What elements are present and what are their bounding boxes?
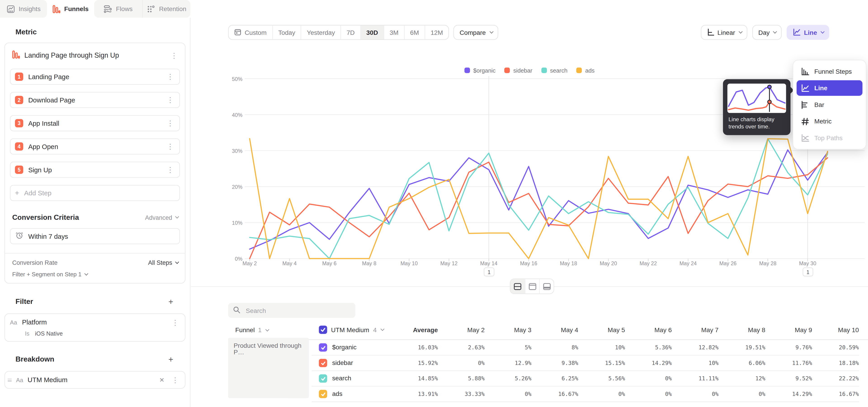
breakdown-field-label: UTM Medium [28, 376, 153, 384]
annotation-badge-may-30[interactable]: 1 [803, 268, 813, 276]
breakdown-heading-row: Breakdown + [16, 354, 174, 364]
date-range-yesterday[interactable]: Yesterday [301, 26, 340, 39]
cell-value: 18.18% [822, 360, 859, 366]
annotation-badge-may-14[interactable]: 1 [484, 268, 494, 276]
table-row-sidebar[interactable]: sidebar15.92%0%12.9%9.38%15.15%14.29%10%… [312, 355, 859, 371]
step-kebab-icon[interactable]: ⋮ [165, 73, 175, 80]
cell-value: 16.67% [822, 391, 859, 397]
column-header-may-3[interactable]: May 3 [497, 327, 531, 333]
tab-funnels[interactable]: Funnels [47, 0, 94, 18]
select-all-checkbox[interactable] [319, 325, 327, 334]
funnel-step-5[interactable]: 5Sign Up⋮ [10, 162, 180, 178]
funnel-column-dropdown[interactable]: Funnel 1 [235, 327, 268, 333]
metric-title: Landing Page through Sign Up [24, 52, 165, 59]
date-range-custom[interactable]: Custom [228, 26, 272, 39]
column-header-may-4[interactable]: May 4 [544, 327, 578, 333]
table-row-ads[interactable]: ads13.91%33.33%0%16.67%0%0%0%0%14.29%16.… [312, 386, 859, 402]
layout-chart-only-button[interactable] [525, 279, 539, 293]
column-header-may-2[interactable]: May 2 [450, 327, 485, 333]
row-checkbox[interactable] [319, 390, 327, 398]
date-range-3m[interactable]: 3M [384, 26, 404, 39]
breakdown-column-dropdown[interactable]: UTM Medium 4 [319, 325, 383, 334]
column-header-may-5[interactable]: May 5 [591, 327, 625, 333]
menu-item-line[interactable]: Line [797, 80, 862, 96]
filter-card[interactable]: Aa Platform ⋮ Is iOS Native [4, 313, 186, 342]
y-axis-label: 10% [220, 220, 243, 226]
cell-value: 6.06% [729, 360, 765, 366]
cell-value: 0% [682, 391, 719, 397]
scale-dropdown[interactable]: Linear [701, 25, 747, 40]
range-label: 3M [390, 29, 399, 36]
tab-insights[interactable]: Insights [0, 0, 47, 18]
metric-card-header[interactable]: Landing Page through Sign Up ⋮ [10, 48, 180, 62]
table-row-search[interactable]: search14.85%5.88%5.26%6.25%5.56%0%11.11%… [312, 371, 859, 387]
row-label: sidebar [332, 359, 353, 366]
add-breakdown-button[interactable]: + [168, 354, 173, 364]
menu-item-funnel-steps[interactable]: Funnel Steps [797, 64, 862, 80]
menu-item-metric[interactable]: Metric [797, 114, 862, 129]
all-steps-dropdown[interactable]: All Steps [148, 259, 178, 266]
tab-flows[interactable]: Flows [94, 0, 142, 18]
step-kebab-icon[interactable]: ⋮ [165, 143, 175, 150]
cell-value: 5.56% [588, 375, 625, 381]
layout-table-only-button[interactable] [539, 279, 554, 293]
column-header-may-9[interactable]: May 9 [778, 327, 812, 333]
date-range-7d[interactable]: 7D [341, 26, 360, 39]
row-checkbox[interactable] [319, 374, 327, 383]
cell-value: 5% [495, 344, 531, 350]
date-range-30d[interactable]: 30D [361, 26, 383, 39]
legend-item-sidebar[interactable]: sidebar [504, 67, 532, 73]
funnel-step-4[interactable]: 4App Open⋮ [10, 138, 180, 154]
drag-handle-icon[interactable] [8, 378, 11, 381]
breakdown-kebab-icon[interactable]: ⋮ [170, 376, 180, 383]
conversion-window-button[interactable]: Within 7 days [10, 228, 180, 244]
compare-button[interactable]: Compare [454, 25, 498, 40]
column-header-may-7[interactable]: May 7 [684, 327, 719, 333]
row-checkbox[interactable] [319, 359, 327, 367]
tab-retention[interactable]: Retention [143, 0, 191, 18]
column-header-may-8[interactable]: May 8 [731, 327, 765, 333]
date-range-12m[interactable]: 12M [425, 26, 448, 39]
funnel-step-2[interactable]: 2Download Page⋮ [10, 92, 180, 108]
funnel-step-1[interactable]: 1Landing Page⋮ [10, 69, 180, 85]
filter-operator[interactable]: Is [25, 330, 29, 337]
cell-value: 14.29% [635, 360, 672, 366]
range-label: 7D [346, 29, 355, 36]
legend-item-search[interactable]: search [541, 67, 567, 73]
table-row-group-label[interactable]: Product Viewed through P… [228, 338, 309, 398]
date-range-today[interactable]: Today [273, 26, 301, 39]
menu-item-label: Top Paths [814, 134, 842, 141]
filter-segment-dropdown[interactable]: Filter + Segment on Step 1 [12, 271, 178, 277]
filter-value[interactable]: iOS Native [35, 330, 63, 337]
app-window: InsightsFunnelsFlowsRetention Metric Lan… [0, 0, 868, 407]
menu-item-label: Funnel Steps [814, 68, 852, 74]
table-search[interactable] [228, 303, 355, 318]
remove-breakdown-icon[interactable]: ✕ [158, 376, 166, 383]
filter-kebab-icon[interactable]: ⋮ [170, 319, 180, 326]
metric-kebab-icon[interactable]: ⋮ [169, 52, 179, 59]
add-filter-button[interactable]: + [168, 297, 173, 306]
step-kebab-icon[interactable]: ⋮ [165, 166, 175, 174]
funnel-step-3[interactable]: 3App Install⋮ [10, 115, 180, 131]
legend-item-ads[interactable]: ads [577, 67, 595, 73]
table-row-organic[interactable]: $organic16.03%2.63%5%8%10%5.36%12.82%19.… [312, 340, 859, 356]
chevron-down-icon [381, 327, 384, 331]
average-column-header[interactable]: Average [405, 327, 438, 333]
breakdown-card[interactable]: Aa UTM Medium ✕ ⋮ [4, 371, 186, 389]
row-checkbox[interactable] [319, 343, 327, 352]
date-range-6m[interactable]: 6M [405, 26, 425, 39]
granularity-dropdown[interactable]: Day [752, 25, 782, 40]
layout-split-button[interactable] [510, 279, 525, 293]
chart-type-dropdown[interactable]: Line [787, 25, 829, 40]
menu-item-bar[interactable]: Bar [797, 97, 862, 113]
menu-item-label: Metric [814, 118, 832, 125]
column-header-may-10[interactable]: May 10 [825, 327, 859, 333]
step-kebab-icon[interactable]: ⋮ [165, 96, 175, 103]
legend-item-organic[interactable]: $organic [464, 67, 495, 73]
search-input[interactable] [245, 307, 350, 314]
step-number-badge: 1 [15, 72, 23, 81]
column-header-may-6[interactable]: May 6 [638, 327, 672, 333]
add-step-button[interactable]: + Add Step [10, 185, 180, 201]
advanced-dropdown[interactable]: Advanced [145, 214, 178, 221]
step-kebab-icon[interactable]: ⋮ [165, 120, 175, 127]
